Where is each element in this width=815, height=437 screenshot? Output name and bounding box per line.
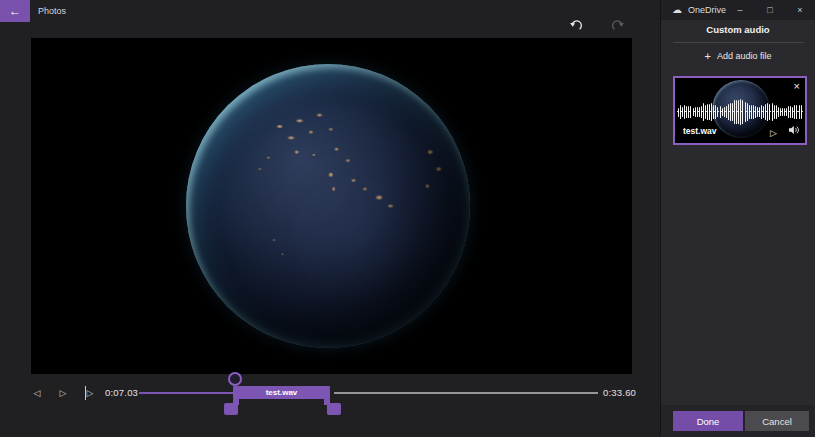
- audio-volume-button[interactable]: [788, 123, 799, 138]
- custom-audio-panel: ☁ OneDrive – □ × Custom audio +Add audio…: [660, 0, 815, 437]
- remove-audio-icon: ×: [794, 80, 800, 92]
- add-audio-file-label: Add audio file: [717, 51, 772, 61]
- panel-divider: [673, 42, 804, 43]
- remove-audio-button[interactable]: ×: [794, 80, 800, 92]
- playhead-scrubber[interactable]: [228, 372, 242, 386]
- timeline-remaining-track[interactable]: [334, 392, 598, 394]
- redo-icon: [610, 18, 628, 33]
- previous-frame-button[interactable]: ◁: [29, 386, 45, 400]
- window-controls: – □ ×: [725, 0, 815, 20]
- timeline-elapsed-track[interactable]: [139, 392, 233, 394]
- volume-icon: [788, 123, 799, 138]
- clip-trim-left-handle[interactable]: [224, 403, 238, 415]
- close-icon: ×: [797, 5, 802, 15]
- undo-redo-group: [568, 17, 628, 33]
- minimize-button[interactable]: –: [725, 0, 755, 20]
- onedrive-cloud-icon: ☁: [672, 0, 682, 20]
- next-frame-button[interactable]: ▷: [81, 386, 97, 400]
- cancel-button[interactable]: Cancel: [745, 411, 809, 431]
- close-button[interactable]: ×: [785, 0, 815, 20]
- preview-audio-play-button[interactable]: ▷: [770, 128, 777, 138]
- back-button[interactable]: ←: [0, 0, 30, 22]
- audio-file-card: × test.wav ▷: [673, 76, 807, 145]
- undo-button[interactable]: [568, 17, 586, 33]
- audio-filename: test.wav: [683, 126, 717, 136]
- app-title: Photos: [38, 0, 66, 22]
- maximize-button[interactable]: □: [755, 0, 785, 20]
- photos-app-window: ← Photos: [0, 0, 815, 437]
- elapsed-time-label: 0:07.03: [105, 387, 138, 398]
- clip-trim-right-handle[interactable]: [327, 403, 341, 415]
- maximize-icon: □: [767, 5, 772, 15]
- undo-icon: [568, 18, 586, 33]
- add-icon: +: [705, 50, 711, 62]
- earth-city-lights: [186, 64, 470, 348]
- video-preview: [31, 38, 632, 374]
- audio-clip[interactable]: test.wav: [233, 386, 330, 399]
- panel-titlebar: ☁ OneDrive – □ ×: [661, 0, 815, 20]
- duration-time-label: 0:33.60: [603, 387, 636, 398]
- add-audio-file-button[interactable]: +Add audio file: [661, 47, 815, 65]
- back-icon: ←: [9, 4, 21, 18]
- next-frame-icon: ▷: [85, 386, 94, 400]
- redo-button[interactable]: [610, 17, 628, 33]
- preview-audio-play-icon: ▷: [770, 128, 777, 138]
- previous-frame-icon: ◁: [34, 388, 41, 398]
- done-button[interactable]: Done: [673, 411, 743, 431]
- minimize-icon: –: [737, 5, 742, 15]
- earth-night-image: [186, 64, 470, 348]
- play-icon: ▷: [60, 388, 67, 398]
- panel-heading: Custom audio: [661, 24, 815, 35]
- panel-footer: Done Cancel: [661, 405, 815, 437]
- panel-window-title: OneDrive: [688, 5, 726, 15]
- waveform: [678, 98, 802, 126]
- play-button[interactable]: ▷: [55, 386, 71, 400]
